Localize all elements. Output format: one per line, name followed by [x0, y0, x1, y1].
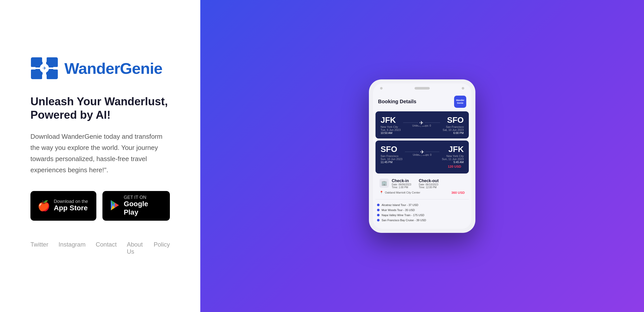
plane-line-1: ✈	[403, 123, 440, 123]
app-header: Booking Details WanderGenie	[373, 93, 471, 111]
phone-dot-left	[380, 87, 383, 90]
logo-text: WanderGenie	[64, 59, 162, 77]
svg-text:✈: ✈	[43, 66, 46, 71]
plane-line-2: ✈	[405, 152, 439, 152]
google-play-large-text: Google Play	[124, 200, 163, 217]
twitter-link[interactable]: Twitter	[30, 241, 48, 255]
activity-text-3: San Francisco Bay Cruise - 39 USD	[382, 219, 426, 222]
hotel-icon: 🏢	[380, 179, 389, 188]
from-date-2: Sun, 10 Jun 2023	[381, 158, 402, 161]
location-pin-icon: 📍	[380, 191, 383, 194]
pin-dot-0	[377, 204, 380, 206]
store-buttons: 🍎 Download on the App Store GET IT ON Go…	[30, 191, 170, 221]
app-store-text-area: Download on the App Store	[54, 199, 88, 212]
hotel-card: 🏢 Check-in Date: 06/06/2023 Time: 1:00 P…	[375, 176, 469, 198]
flight-card-2: SFO San Francisco Sun, 10 Jun 2023 11:45…	[375, 141, 469, 174]
phone-bottom-space	[373, 225, 471, 229]
from-code-2: SFO	[381, 145, 402, 154]
policy-link[interactable]: Policy	[154, 241, 170, 255]
app-store-large-text: App Store	[54, 204, 88, 212]
checkin-checkout: Check-in Date: 06/06/2023 Time: 1:00 PM …	[392, 179, 465, 189]
checkin-date: Date: 06/06/2023	[392, 183, 411, 186]
to-time-1: 6:00 PM	[443, 131, 464, 134]
checkout-title: Check-out	[419, 179, 439, 183]
flight2-price: 120 USD	[381, 164, 464, 169]
svg-rect-7	[42, 75, 47, 80]
to-date-1: Sat, 10 Jun 2023	[443, 128, 464, 131]
flight-card-1: JFK New York City Tue, 6 Jun 2023 10:50 …	[375, 111, 469, 138]
phone-screen: Booking Details WanderGenie JFK New York…	[373, 83, 471, 229]
phone-dot-right	[462, 87, 464, 90]
checkin-block: Check-in Date: 06/06/2023 Time: 1:00 PM	[392, 179, 411, 189]
app-logo-small: WanderGenie	[454, 96, 466, 108]
to-code-1: SFO	[443, 115, 464, 125]
phone-speaker	[415, 87, 430, 90]
plane-icon-1: ✈	[418, 120, 425, 126]
divider	[375, 199, 469, 199]
description: Download WanderGenie today and transform…	[30, 131, 170, 176]
pin-dot-3	[377, 219, 380, 221]
checkout-date: Date: 06/10/2023	[419, 183, 439, 186]
to-airport-2: JFK New York City Sun, 11 Jun 2023 5:45 …	[442, 145, 464, 164]
from-city-1: New York City	[381, 125, 401, 128]
plane-area-2: ✈ United | Stops: 0	[405, 152, 439, 156]
hotel-location-text: Oakland Marriott City Center	[385, 191, 420, 194]
booking-title: Booking Details	[378, 99, 416, 105]
flight-row-2: SFO San Francisco Sun, 10 Jun 2023 11:45…	[381, 145, 464, 164]
phone-mockup: Booking Details WanderGenie JFK New York…	[369, 79, 475, 233]
checkout-time: Time: 12:00 PM	[419, 186, 439, 189]
checkin-title: Check-in	[392, 179, 411, 183]
app-store-button[interactable]: 🍎 Download on the App Store	[30, 191, 96, 221]
google-play-icon	[110, 200, 120, 211]
left-panel: ✈ WanderGenie Unleash Your Wanderlust, P…	[0, 0, 200, 312]
from-time-2: 11:45 PM	[381, 161, 402, 164]
to-city-1: San Francisco	[443, 125, 464, 128]
pin-dot-1	[377, 209, 380, 211]
footer-links: Twitter Instagram Contact About Us Polic…	[30, 241, 170, 255]
checkout-block: Check-out Date: 06/10/2023 Time: 12:00 P…	[419, 179, 439, 189]
svg-rect-6	[42, 57, 47, 62]
from-date-1: Tue, 6 Jun 2023	[381, 128, 401, 131]
instagram-link[interactable]: Instagram	[59, 241, 86, 255]
to-date-2: Sun, 11 Jun 2023	[442, 158, 464, 161]
phone-top-bar	[373, 83, 471, 93]
google-play-button[interactable]: GET IT ON Google Play	[102, 191, 170, 221]
right-panel: Booking Details WanderGenie JFK New York…	[200, 0, 644, 312]
from-airport-2: SFO San Francisco Sun, 10 Jun 2023 11:45…	[381, 145, 402, 164]
to-time-2: 5:45 AM	[442, 161, 464, 164]
hotel-price: 360 USD	[451, 191, 465, 195]
from-city-2: San Francisco	[381, 154, 402, 158]
from-time-1: 10:50 AM	[381, 131, 401, 134]
flight-row-1: JFK New York City Tue, 6 Jun 2023 10:50 …	[381, 115, 464, 134]
activity-text-0: Alcatraz Island Tour - 37 USD	[382, 203, 418, 206]
to-code-2: JFK	[442, 145, 464, 154]
logo-area: ✈ WanderGenie	[30, 57, 170, 80]
google-play-text-area: GET IT ON Google Play	[124, 195, 163, 217]
app-store-small-text: Download on the	[54, 199, 88, 204]
to-city-2: New York City	[442, 154, 464, 158]
google-play-small-text: GET IT ON	[124, 195, 163, 200]
svg-rect-8	[30, 67, 35, 70]
to-airport-1: SFO San Francisco Sat, 10 Jun 2023 6:00 …	[443, 115, 464, 134]
activity-list: Alcatraz Island Tour - 37 USD Muir Woods…	[373, 200, 471, 225]
apple-icon: 🍎	[38, 200, 50, 212]
activity-item-1: Muir Woods Tour - 35 USD	[377, 207, 467, 213]
from-code-1: JFK	[381, 115, 401, 125]
activity-text-1: Muir Woods Tour - 35 USD	[382, 209, 415, 212]
contact-link[interactable]: Contact	[96, 241, 117, 255]
svg-marker-13	[115, 203, 119, 208]
headline: Unleash Your Wanderlust, Powered by AI!	[30, 95, 170, 122]
plane-icon-2: ✈	[419, 149, 425, 155]
hotel-location-row: 📍 Oakland Marriott City Center 360 USD	[380, 191, 465, 195]
hotel-header: 🏢 Check-in Date: 06/06/2023 Time: 1:00 P…	[380, 179, 465, 189]
pin-dot-2	[377, 214, 380, 216]
checkin-time: Time: 1:00 PM	[392, 186, 411, 189]
from-airport-1: JFK New York City Tue, 6 Jun 2023 10:50 …	[381, 115, 401, 134]
activity-item-3: San Francisco Bay Cruise - 39 USD	[377, 218, 467, 223]
plane-area-1: ✈ United | Stops: 0	[403, 123, 440, 127]
activity-text-2: Napa Valley Wine Train - 175 USD	[382, 214, 424, 217]
activity-item-2: Napa Valley Wine Train - 175 USD	[377, 213, 467, 218]
svg-rect-9	[53, 67, 58, 70]
about-us-link[interactable]: About Us	[127, 241, 144, 255]
activity-item-0: Alcatraz Island Tour - 37 USD	[377, 202, 467, 207]
